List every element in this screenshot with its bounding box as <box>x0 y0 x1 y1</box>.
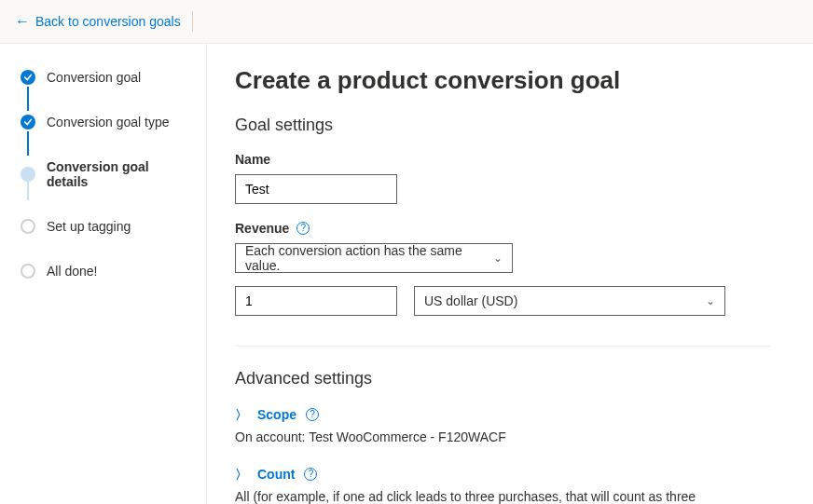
step-label: All done! <box>47 264 97 279</box>
currency-value: US dollar (USD) <box>424 293 517 308</box>
scope-description: On account: Test WooCommerce - F120WACF <box>235 429 770 444</box>
back-link[interactable]: ← Back to conversion goals <box>15 14 181 29</box>
step-label: Conversion goal details <box>47 159 189 189</box>
revenue-field-block: Revenue ? Each conversion action has the… <box>235 221 770 316</box>
info-icon[interactable]: ? <box>306 408 319 421</box>
chevron-right-icon: 〉 <box>235 408 248 421</box>
arrow-left-icon: ← <box>15 14 30 29</box>
current-step-icon <box>21 167 35 182</box>
chevron-right-icon: 〉 <box>235 468 248 481</box>
count-title: Count <box>257 467 295 482</box>
steps-sidebar: Conversion goal Conversion goal type Con… <box>0 44 207 504</box>
revenue-type-select[interactable]: Each conversion action has the same valu… <box>235 243 513 273</box>
step-label: Conversion goal type <box>47 115 170 129</box>
step-label: Set up tagging <box>47 219 131 234</box>
goal-settings-heading: Goal settings <box>235 116 770 135</box>
revenue-type-value: Each conversion action has the same valu… <box>245 243 493 273</box>
scope-title: Scope <box>257 407 296 422</box>
count-description: All (for example, if one ad click leads … <box>235 489 770 504</box>
content-area: Conversion goal Conversion goal type Con… <box>0 44 813 504</box>
main-panel: Create a product conversion goal Goal se… <box>207 44 813 504</box>
step-conversion-goal-details[interactable]: Conversion goal details <box>21 159 189 219</box>
separator <box>192 11 193 32</box>
chevron-down-icon: ⌄ <box>706 294 715 307</box>
top-bar: ← Back to conversion goals <box>0 0 813 44</box>
name-label: Name <box>235 152 770 167</box>
revenue-label-text: Revenue <box>235 221 289 236</box>
page-title: Create a product conversion goal <box>235 66 770 95</box>
step-conversion-goal-type[interactable]: Conversion goal type <box>21 115 189 159</box>
revenue-label: Revenue ? <box>235 221 770 236</box>
divider <box>235 346 770 347</box>
advanced-settings-heading: Advanced settings <box>235 369 770 388</box>
upcoming-step-icon <box>21 264 35 279</box>
info-icon[interactable]: ? <box>304 468 317 481</box>
scope-section: 〉 Scope ? On account: Test WooCommerce -… <box>235 407 770 444</box>
back-label: Back to conversion goals <box>35 14 181 29</box>
upcoming-step-icon <box>21 219 35 234</box>
check-icon <box>21 115 35 129</box>
check-icon <box>21 70 35 85</box>
currency-select[interactable]: US dollar (USD) ⌄ <box>414 286 725 316</box>
name-input[interactable] <box>235 174 397 204</box>
revenue-amount-input[interactable] <box>235 286 397 316</box>
step-all-done[interactable]: All done! <box>21 264 189 279</box>
chevron-down-icon: ⌄ <box>493 252 503 265</box>
step-label: Conversion goal <box>47 70 141 85</box>
count-section: 〉 Count ? All (for example, if one ad cl… <box>235 467 770 504</box>
count-toggle[interactable]: 〉 Count ? <box>235 467 770 482</box>
step-set-up-tagging[interactable]: Set up tagging <box>21 219 189 264</box>
step-conversion-goal[interactable]: Conversion goal <box>21 70 189 115</box>
info-icon[interactable]: ? <box>296 222 310 235</box>
scope-toggle[interactable]: 〉 Scope ? <box>235 407 770 422</box>
name-field-block: Name <box>235 152 770 204</box>
